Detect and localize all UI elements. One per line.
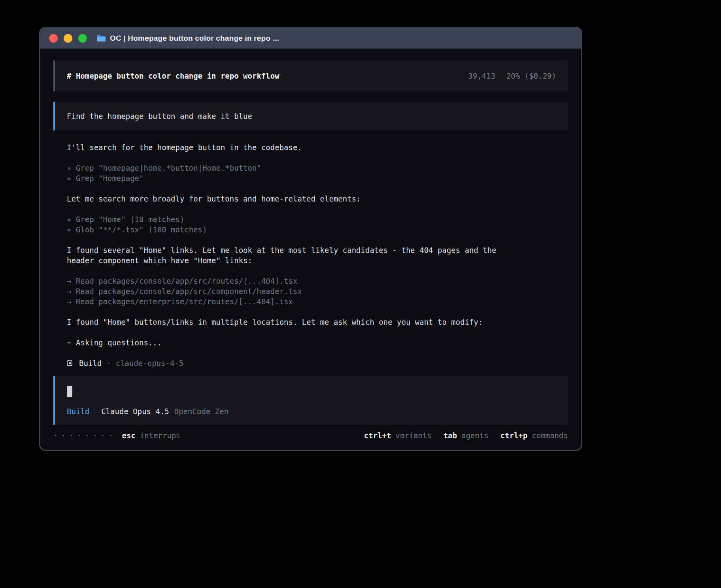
terminal-content: # Homepage button color change in repo w… <box>40 49 581 450</box>
agent-icon <box>67 360 72 366</box>
traffic-lights <box>49 34 87 43</box>
tool-call-glob: ∗ Glob "**/*.tsx" (100 matches) <box>67 224 568 235</box>
zoom-button[interactable] <box>78 34 87 43</box>
session-header: # Homepage button color change in repo w… <box>53 60 568 91</box>
tool-call-group: → Read packages/console/app/src/routes/[… <box>67 276 568 307</box>
agent-status: Build · claude-opus-4-5 <box>67 358 568 368</box>
shortcut-commands[interactable]: ctrl+p commands <box>500 431 568 440</box>
assistant-text: I found several "Home" links. Let me loo… <box>67 245 508 266</box>
session-stats: 39,41320% ($0.29) <box>468 72 556 80</box>
window-title: OC | Homepage button color change in rep… <box>110 34 279 43</box>
tool-call-grep: ∗ Grep "homepage|home.*button|Home.*butt… <box>67 163 568 173</box>
agent-name: Build <box>79 359 102 368</box>
titlebar[interactable]: OC | Homepage button color change in rep… <box>40 28 581 49</box>
minimize-button[interactable] <box>64 34 72 43</box>
assistant-text: I'll search for the homepage button in t… <box>67 142 568 153</box>
ctrl-t-key-hint: ctrl+t <box>364 431 391 440</box>
close-button[interactable] <box>49 34 58 43</box>
shortcut-variants[interactable]: ctrl+t variants <box>364 431 432 440</box>
context-usage: 20% ($0.29) <box>506 72 556 80</box>
asking-questions-status: ~ Asking questions... <box>67 337 568 348</box>
agent-model: claude-opus-4-5 <box>116 359 184 368</box>
agent-mode-label[interactable]: Build <box>67 407 89 416</box>
assistant-text: Let me search more broadly for buttons a… <box>67 194 568 204</box>
tool-call-group: ∗ Grep "homepage|home.*button|Home.*butt… <box>67 163 568 183</box>
variants-label: variants <box>395 431 432 440</box>
terminal-window: OC | Homepage button color change in rep… <box>39 27 582 451</box>
ctrl-p-key-hint: ctrl+p <box>500 431 528 440</box>
status-bar: ········ esc interrupt ctrl+t variants t… <box>53 430 568 441</box>
tool-call-read: → Read packages/console/app/src/componen… <box>67 286 568 296</box>
session-title: # Homepage button color change in repo w… <box>67 72 279 80</box>
token-count: 39,413 <box>468 72 496 80</box>
tab-key-hint: tab <box>444 431 457 440</box>
assistant-text: I found "Home" buttons/links in multiple… <box>67 317 568 327</box>
text-cursor <box>67 386 72 397</box>
folder-icon <box>96 34 106 42</box>
tool-call-grep: ∗ Grep "Homepage" <box>67 173 568 183</box>
agents-label: agents <box>461 431 489 440</box>
model-label[interactable]: Claude Opus 4.5 <box>101 407 169 416</box>
conversation: I'll search for the homepage button in t… <box>67 142 568 368</box>
input-meta: Build Claude Opus 4.5 OpenCode Zen <box>67 406 556 416</box>
prompt-input[interactable]: Build Claude Opus 4.5 OpenCode Zen <box>53 376 568 425</box>
interrupt-label: interrupt <box>140 431 181 440</box>
tool-call-group: ∗ Grep "Home" (18 matches) ∗ Glob "**/*.… <box>67 214 568 235</box>
user-message-text: Find the homepage button and make it blu… <box>67 112 252 121</box>
status-left: ········ esc interrupt <box>53 431 181 440</box>
agent-separator: · <box>106 359 111 368</box>
spinner-dots: ········ <box>53 431 117 440</box>
user-message: Find the homepage button and make it blu… <box>53 102 568 130</box>
tool-call-read: → Read packages/console/app/src/routes/[… <box>67 276 568 286</box>
status-right: ctrl+t variants tab agents ctrl+p comman… <box>364 431 568 440</box>
tool-call-grep: ∗ Grep "Home" (18 matches) <box>67 214 568 224</box>
commands-label: commands <box>532 431 568 440</box>
tool-call-read: → Read packages/enterprise/src/routes/[.… <box>67 296 568 307</box>
provider-label: OpenCode Zen <box>174 407 228 416</box>
shortcut-agents[interactable]: tab agents <box>444 431 489 440</box>
esc-key-hint[interactable]: esc <box>122 431 136 440</box>
